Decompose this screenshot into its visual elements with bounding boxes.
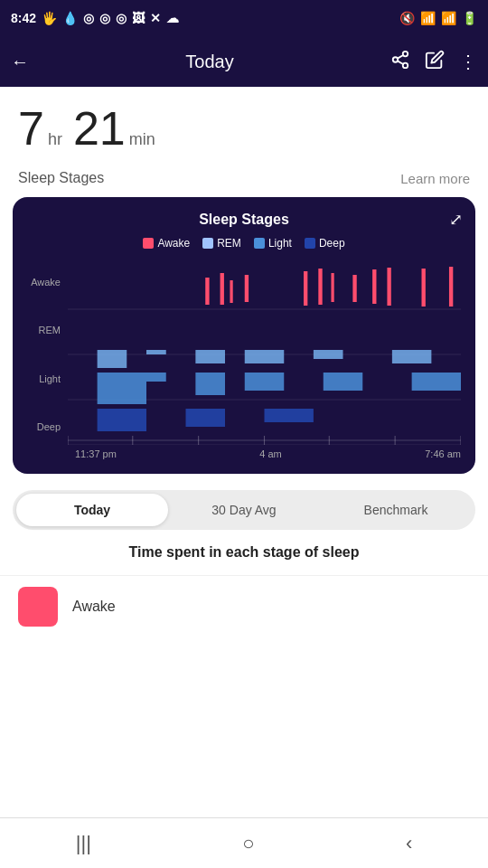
main-content: 7 hr 21 min Sleep Stages Learn more Slee…: [0, 87, 488, 817]
bottom-nav: ||| ○ ‹: [0, 817, 488, 868]
mute-icon: 🔇: [399, 11, 415, 25]
legend-awake: Awake: [143, 237, 190, 250]
svg-line-4: [398, 54, 403, 58]
legend-light: Light: [254, 237, 292, 250]
awake-stage-label: Awake: [72, 599, 116, 615]
x-label-start: 11:37 pm: [75, 448, 117, 459]
y-label-deep: Deep: [27, 409, 61, 445]
svg-rect-13: [304, 271, 307, 306]
chart-legend: Awake REM Light Deep: [27, 237, 461, 250]
sleep-duration: 7 hr 21 min: [0, 87, 488, 163]
more-button[interactable]: ⋮: [459, 51, 477, 72]
page-title: Today: [40, 52, 380, 72]
awake-color-indicator: [143, 238, 154, 249]
home-button[interactable]: ○: [242, 832, 254, 855]
nav-actions: ⋮: [390, 50, 477, 74]
x-label-end: 7:46 am: [425, 448, 461, 459]
status-time: 8:42: [11, 11, 36, 25]
tab-benchmark[interactable]: Benchmark: [320, 494, 472, 526]
legend-rem: REM: [202, 237, 241, 250]
status-right-icons: 🔇 📶 📶 🔋: [399, 11, 477, 25]
back-nav-button[interactable]: ‹: [406, 832, 412, 855]
water-icon: 💧: [62, 11, 78, 25]
light-label: Light: [268, 237, 292, 250]
view-tabs: Today 30 Day Avg Benchmark: [13, 490, 475, 530]
share-button[interactable]: [390, 50, 410, 74]
svg-rect-20: [449, 267, 453, 307]
cloud-icon: ☁: [166, 11, 179, 25]
y-label-light: Light: [27, 361, 61, 397]
sleep-minutes: 21: [73, 101, 126, 156]
expand-icon[interactable]: ⤢: [449, 210, 463, 230]
ring-icon-1: ◎: [83, 11, 94, 25]
svg-line-3: [398, 61, 403, 64]
svg-rect-14: [318, 269, 322, 305]
sleep-stages-chart: Sleep Stages ⤢ Awake REM Light Deep Awak…: [13, 197, 475, 474]
svg-rect-9: [205, 278, 209, 305]
y-axis-labels: Awake REM Light Deep: [27, 264, 68, 445]
deep-color-indicator: [305, 238, 315, 249]
time-spent-title: Time spent in each stage of sleep: [0, 544, 488, 561]
x-axis-labels: 11:37 pm 4 am 7:46 am: [27, 448, 461, 459]
battery-icon: 🔋: [462, 11, 477, 25]
sleep-chart-svg: [68, 264, 461, 445]
top-nav: ← Today ⋮: [0, 36, 488, 87]
y-label-rem: REM: [27, 312, 61, 348]
legend-deep: Deep: [305, 237, 345, 250]
x-label-mid: 4 am: [259, 448, 281, 459]
light-color-indicator: [254, 238, 265, 249]
rem-label: REM: [217, 237, 241, 250]
back-button[interactable]: ←: [11, 52, 29, 72]
ring-icon-3: ◎: [116, 11, 127, 25]
rem-color-indicator: [202, 238, 213, 249]
svg-rect-17: [372, 269, 376, 304]
svg-rect-18: [387, 268, 390, 306]
svg-rect-11: [230, 280, 232, 303]
svg-rect-19: [422, 269, 426, 307]
section-title: Sleep Stages: [18, 170, 104, 186]
svg-rect-10: [221, 273, 224, 305]
deep-label: Deep: [319, 237, 345, 250]
hand-icon: 🖐: [42, 11, 57, 25]
svg-rect-16: [352, 275, 356, 302]
stage-row-awake: Awake: [0, 575, 488, 637]
signal-icon: 📶: [441, 11, 456, 25]
awake-color-box: [18, 587, 58, 627]
status-bar: 8:42 🖐 💧 ◎ ◎ ◎ 🖼 ✕ ☁ 🔇 📶 📶 🔋: [0, 0, 488, 36]
image-icon: 🖼: [132, 11, 145, 25]
svg-rect-12: [245, 275, 249, 302]
y-label-awake: Awake: [27, 264, 61, 300]
tab-30day[interactable]: 30 Day Avg: [168, 494, 320, 526]
ring-icon-2: ◎: [99, 11, 110, 25]
edit-button[interactable]: [425, 50, 445, 74]
sleep-stages-header: Sleep Stages Learn more: [0, 163, 488, 197]
learn-more-link[interactable]: Learn more: [400, 171, 470, 186]
sleep-hours: 7: [18, 101, 44, 156]
svg-rect-15: [331, 273, 333, 302]
status-time-area: 8:42 🖐 💧 ◎ ◎ ◎ 🖼 ✕ ☁: [11, 11, 179, 25]
hours-unit: hr: [48, 130, 62, 149]
minutes-unit: min: [129, 130, 155, 149]
x-icon: ✕: [150, 11, 161, 25]
recents-button[interactable]: |||: [76, 832, 91, 855]
tab-today[interactable]: Today: [16, 494, 168, 526]
chart-title: Sleep Stages: [27, 212, 461, 228]
chart-area: Awake REM Light Deep: [27, 264, 461, 445]
chart-svg-container: [68, 264, 461, 445]
wifi-icon: 📶: [420, 11, 436, 25]
awake-label: Awake: [157, 237, 190, 250]
